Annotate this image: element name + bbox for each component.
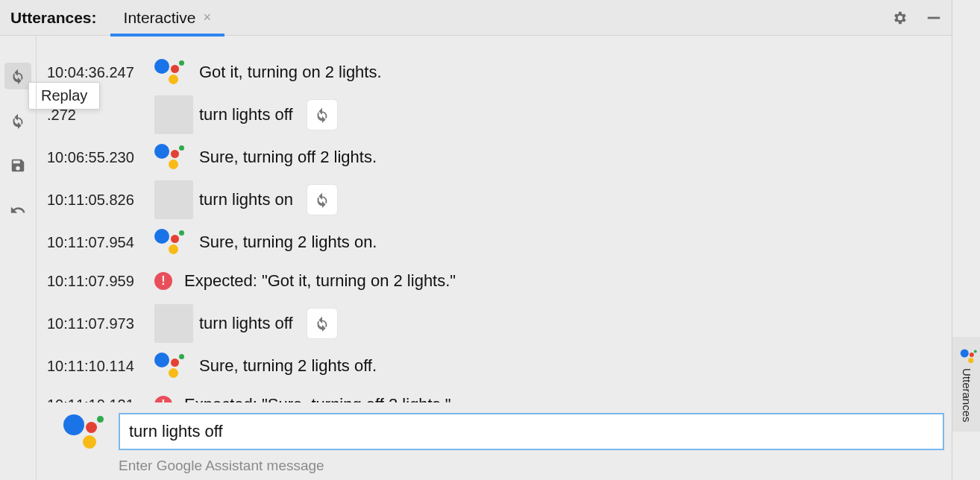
timestamp: 10:11:07.954	[44, 234, 154, 251]
timestamp: 10:11:07.973	[44, 315, 154, 332]
timestamp: .272	[44, 107, 154, 124]
dock-tab-label: Utterances	[961, 368, 973, 423]
minimize-button[interactable]	[923, 7, 944, 28]
log-row: 10:11:07.959!Expected: "Got it, turning …	[44, 265, 952, 297]
log-row: 10:04:36.247Got it, turning on 2 lights.	[44, 57, 952, 88]
warning-icon: !	[154, 272, 172, 290]
assistant-logo-icon	[154, 57, 187, 87]
right-dock: Utterances	[952, 0, 980, 480]
minus-icon	[926, 10, 942, 26]
dock-tab-utterances[interactable]: Utterances	[952, 337, 980, 432]
log-row: 10:11:10.114Sure, turning 2 lights off.	[44, 350, 952, 382]
user-message: turn lights off	[199, 314, 293, 333]
assistant-logo-icon	[154, 142, 187, 172]
replay-utterance-button[interactable]	[307, 99, 338, 130]
log-row: 10:11:05.826turn lights on	[44, 180, 952, 219]
assistant-logo-icon	[154, 227, 187, 257]
assistant-message: Sure, turning off 2 lights.	[199, 148, 377, 167]
left-toolbar: Replay	[0, 36, 36, 480]
undo-icon	[10, 202, 26, 218]
assistant-logo-icon	[961, 348, 973, 358]
replay-all-button[interactable]	[4, 63, 31, 89]
timestamp: 10:11:10.114	[44, 358, 154, 375]
panel-title: Utterances:	[0, 9, 110, 27]
log-row: 10:11:07.973turn lights off	[44, 304, 952, 343]
timestamp: 10:11:07.959	[44, 273, 154, 290]
gear-icon	[891, 10, 908, 26]
assistant-logo-icon	[63, 413, 107, 450]
log-area: 10:04:36.247Got it, turning on 2 lights.…	[36, 36, 952, 480]
refresh-icon	[314, 315, 330, 332]
close-icon[interactable]: ×	[203, 10, 211, 25]
user-message: turn lights off	[199, 105, 293, 124]
log-row: .272turn lights off	[44, 95, 952, 134]
tab-label: Interactive	[124, 9, 196, 27]
undo-button[interactable]	[4, 197, 31, 224]
replay-button[interactable]	[4, 107, 31, 134]
message-input[interactable]	[119, 413, 944, 450]
assistant-message: Sure, turning 2 lights off.	[199, 356, 377, 376]
tab-interactive[interactable]: Interactive ×	[110, 0, 224, 36]
user-avatar	[154, 304, 193, 343]
replay-utterance-button[interactable]	[307, 308, 338, 339]
input-helper-text: Enter Google Assistant message	[119, 458, 944, 474]
assistant-message: Sure, turning 2 lights on.	[199, 233, 377, 252]
user-avatar	[154, 180, 193, 219]
assistant-message: Got it, turning on 2 lights.	[199, 63, 382, 82]
settings-button[interactable]	[889, 7, 910, 28]
utterances-panel: Utterances: Interactive ×	[0, 0, 952, 480]
user-message: turn lights on	[199, 190, 293, 209]
user-avatar	[154, 95, 193, 134]
refresh-icon	[314, 192, 330, 208]
expected-message: Expected: "Got it, turning on 2 lights."	[184, 271, 456, 291]
tab-strip: Utterances: Interactive ×	[0, 0, 952, 36]
refresh-icon	[10, 113, 26, 129]
replay-utterance-button[interactable]	[307, 184, 338, 215]
assistant-logo-icon	[154, 351, 187, 381]
timestamp: 10:04:36.247	[44, 64, 154, 81]
log-row: 10:06:55.230Sure, turning off 2 lights.	[44, 142, 952, 173]
refresh-icon	[10, 68, 26, 84]
timestamp: 10:06:55.230	[44, 149, 154, 166]
save-button[interactable]	[4, 152, 31, 179]
timestamp: 10:11:05.826	[44, 192, 154, 209]
refresh-icon	[314, 107, 330, 123]
save-icon	[10, 157, 26, 174]
input-zone: Enter Google Assistant message	[37, 402, 952, 480]
log-row: 10:11:07.954Sure, turning 2 lights on.	[44, 227, 952, 258]
